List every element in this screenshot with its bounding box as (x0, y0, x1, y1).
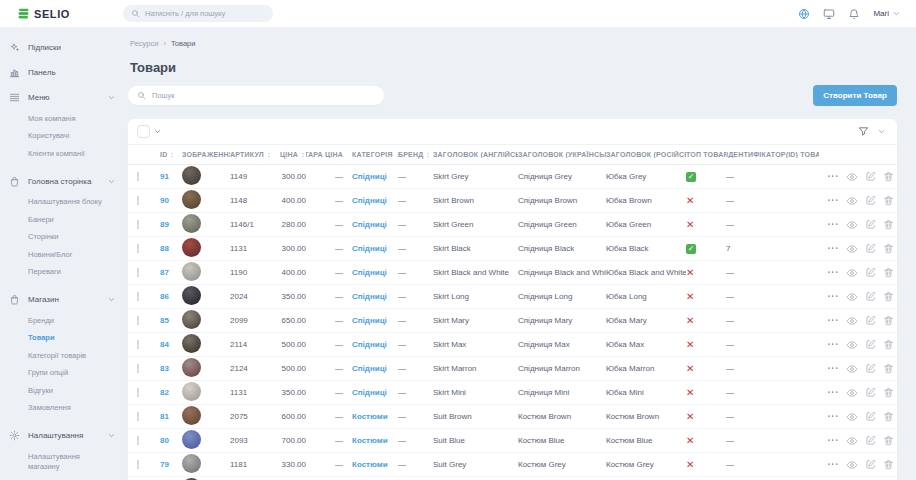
row-actions-menu-button[interactable]: ··· (828, 171, 840, 182)
row-checkbox[interactable] (137, 268, 139, 277)
category-link[interactable]: Спідниці (352, 220, 387, 229)
bell-icon[interactable] (848, 8, 860, 20)
row-actions-menu-button[interactable]: ··· (828, 411, 840, 422)
sidebar-item-block-settings[interactable]: Налаштування блоку (28, 194, 106, 212)
edit-icon[interactable] (865, 291, 876, 302)
sidebar-item-settings[interactable]: Налаштування (9, 423, 121, 448)
sidebar-item-users[interactable]: Користувачі (28, 128, 106, 146)
eye-icon[interactable] (846, 243, 858, 255)
table-search[interactable] (128, 86, 384, 105)
product-id-link[interactable]: 90 (160, 196, 169, 205)
trash-icon[interactable] (883, 459, 894, 470)
edit-icon[interactable] (865, 459, 876, 470)
sidebar-item-benefits[interactable]: Переваги (28, 264, 106, 282)
eye-icon[interactable] (846, 339, 858, 351)
category-link[interactable]: Костюми (352, 412, 388, 421)
breadcrumb-root[interactable]: Ресурси (130, 39, 158, 48)
row-checkbox[interactable] (137, 172, 139, 181)
product-id-link[interactable]: 82 (160, 388, 169, 397)
trash-icon[interactable] (883, 363, 894, 374)
row-checkbox[interactable] (137, 436, 139, 445)
row-actions-menu-button[interactable]: ··· (828, 363, 840, 374)
user-menu[interactable]: Mari (873, 9, 900, 18)
table-search-input[interactable] (152, 91, 375, 100)
row-checkbox[interactable] (137, 292, 139, 301)
edit-icon[interactable] (865, 387, 876, 398)
row-checkbox[interactable] (137, 220, 139, 229)
sidebar-item-pages[interactable]: Сторінки (28, 229, 106, 247)
eye-icon[interactable] (846, 411, 858, 423)
row-actions-menu-button[interactable]: ··· (828, 315, 840, 326)
row-actions-menu-button[interactable]: ··· (828, 387, 840, 398)
sidebar-item-news-blog[interactable]: Новини/Блог (28, 246, 106, 264)
sidebar-item-home-page[interactable]: Головна сторінка (9, 169, 121, 194)
edit-icon[interactable] (865, 435, 876, 446)
sort-icon[interactable] (266, 151, 272, 159)
eye-icon[interactable] (846, 387, 858, 399)
edit-icon[interactable] (865, 363, 876, 374)
column-header-category[interactable]: КАТЕГОРІЯ (352, 151, 398, 159)
trash-icon[interactable] (883, 195, 894, 206)
column-header-brand[interactable]: БРЕНД (398, 151, 433, 159)
eye-icon[interactable] (846, 459, 858, 471)
product-id-link[interactable]: 91 (160, 172, 169, 181)
sidebar-item-company-clients[interactable]: Клієнти компанії (28, 145, 106, 163)
category-link[interactable]: Спідниці (352, 292, 387, 301)
trash-icon[interactable] (883, 219, 894, 230)
global-search[interactable] (123, 5, 273, 22)
sidebar-item-option-groups[interactable]: Групи опцій (28, 365, 106, 383)
edit-icon[interactable] (865, 339, 876, 350)
eye-icon[interactable] (846, 171, 858, 183)
sidebar-item-menu[interactable]: Меню (9, 85, 121, 110)
category-link[interactable]: Костюми (352, 436, 388, 445)
sidebar-item-products[interactable]: Товари (28, 330, 106, 348)
sidebar-item-shop-settings[interactable]: Налаштування магазину (28, 448, 106, 476)
category-link[interactable]: Спідниці (352, 268, 387, 277)
row-checkbox[interactable] (137, 412, 139, 421)
sort-icon[interactable] (425, 151, 431, 159)
row-actions-menu-button[interactable]: ··· (828, 243, 840, 254)
product-id-link[interactable]: 85 (160, 316, 169, 325)
sidebar-item-product-categories[interactable]: Категорії товарів (28, 347, 106, 365)
select-all-checkbox[interactable] (137, 125, 150, 138)
trash-icon[interactable] (883, 387, 894, 398)
category-link[interactable]: Спідниці (352, 364, 387, 373)
bulk-actions-chevron-icon[interactable] (154, 128, 161, 135)
filter-button[interactable] (858, 126, 885, 137)
global-search-input[interactable] (145, 9, 265, 18)
sidebar-item-my-company[interactable]: Моя компанія (28, 110, 106, 128)
eye-icon[interactable] (846, 363, 858, 375)
category-link[interactable]: Спідниці (352, 244, 387, 253)
brand[interactable]: SELIO (0, 7, 103, 20)
trash-icon[interactable] (883, 435, 894, 446)
sidebar-item-dashboard[interactable]: Панель (9, 60, 121, 85)
product-id-link[interactable]: 88 (160, 244, 169, 253)
sidebar-item-shop[interactable]: Магазин (9, 287, 121, 312)
monitor-icon[interactable] (823, 8, 835, 20)
column-header-sku[interactable]: АРТИКУЛ (230, 151, 272, 159)
eye-icon[interactable] (846, 195, 858, 207)
category-link[interactable]: Спідниці (352, 388, 387, 397)
trash-icon[interactable] (883, 243, 894, 254)
product-id-link[interactable]: 81 (160, 412, 169, 421)
column-header-id[interactable]: ID (160, 151, 182, 159)
row-actions-menu-button[interactable]: ··· (828, 291, 840, 302)
sidebar-item-subscriptions[interactable]: Підписки (9, 35, 121, 60)
edit-icon[interactable] (865, 219, 876, 230)
product-id-link[interactable]: 87 (160, 268, 169, 277)
row-checkbox[interactable] (137, 196, 139, 205)
category-link[interactable]: Спідниці (352, 316, 387, 325)
eye-icon[interactable] (846, 435, 858, 447)
sidebar-item-banners[interactable]: Банери (28, 211, 106, 229)
row-actions-menu-button[interactable]: ··· (828, 339, 840, 350)
trash-icon[interactable] (883, 171, 894, 182)
trash-icon[interactable] (883, 315, 894, 326)
product-id-link[interactable]: 84 (160, 340, 169, 349)
row-actions-menu-button[interactable]: ··· (828, 195, 840, 206)
language-globe-icon[interactable] (798, 8, 810, 20)
category-link[interactable]: Спідниці (352, 340, 387, 349)
category-link[interactable]: Спідниці (352, 172, 387, 181)
row-checkbox[interactable] (137, 244, 139, 253)
edit-icon[interactable] (865, 243, 876, 254)
eye-icon[interactable] (846, 267, 858, 279)
